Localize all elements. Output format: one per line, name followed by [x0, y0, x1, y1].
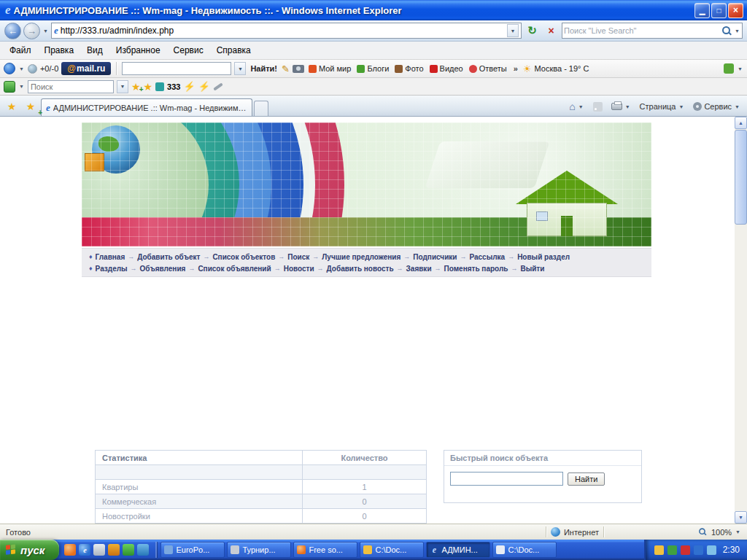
search-icon[interactable]	[720, 25, 732, 37]
mailru-link-otvety[interactable]: Ответы	[468, 64, 508, 73]
scrollbar-thumb[interactable]	[735, 130, 747, 225]
tab-admin[interactable]: e АДМИНИСТРИРОВАНИЕ .:: Wm-mag - Недвижи…	[41, 98, 252, 116]
clock[interactable]: 2:30	[720, 545, 740, 555]
mailru-link-foto[interactable]: Фото	[393, 64, 425, 73]
tray-icon[interactable]	[681, 545, 690, 555]
nav-link-new-section[interactable]: Новый раздел	[517, 253, 570, 261]
clear-brush-icon[interactable]	[213, 82, 223, 90]
back-button[interactable]: ←	[4, 23, 21, 39]
nav-link-ads-list[interactable]: Список объявлений	[198, 265, 271, 273]
search-input[interactable]	[564, 26, 719, 35]
stop-button[interactable]: ×	[543, 23, 560, 39]
quicklaunch-browser-icon[interactable]	[64, 544, 76, 556]
tray-icon[interactable]	[694, 545, 703, 555]
add-to-favorites-button[interactable]: ★+	[22, 98, 39, 115]
mailru-link-video[interactable]: Видео	[428, 64, 465, 73]
page-menu-button[interactable]: Страница▼	[636, 98, 689, 115]
nav-link-add-object[interactable]: Добавить объект	[137, 253, 200, 261]
settings-dropdown-icon[interactable]: ▼	[737, 66, 743, 71]
site-search-input[interactable]	[28, 80, 114, 93]
mailru-link-moy-mir[interactable]: Мой мир	[307, 64, 352, 73]
minimize-button[interactable]: ▁	[694, 3, 710, 18]
zoom-control[interactable]: 100% ▼	[696, 526, 741, 538]
feeds-button[interactable]	[589, 98, 606, 115]
address-dropdown-button[interactable]: ▼	[507, 24, 519, 37]
forward-button[interactable]: →	[23, 23, 40, 39]
quick-search-button[interactable]: Найти	[568, 472, 605, 486]
camera-icon[interactable]	[293, 65, 304, 73]
toolbar-overflow-button[interactable]: »	[511, 64, 520, 73]
tools-menu-button[interactable]: Сервис▼	[689, 98, 744, 115]
start-button[interactable]: пуск	[0, 540, 59, 560]
weather-label[interactable]: Москва - 19° C	[535, 64, 589, 73]
scroll-down-button[interactable]: ▼	[735, 511, 747, 524]
menu-tools[interactable]: Сервис	[167, 43, 210, 58]
lightning-blue-icon[interactable]: ⚡	[183, 81, 195, 92]
toolbar-settings-icon[interactable]	[724, 63, 734, 74]
print-button[interactable]: ▼	[608, 98, 635, 115]
nav-link-best-offers[interactable]: Лучшие предложения	[322, 253, 400, 261]
new-tab-button[interactable]	[254, 101, 268, 116]
nav-link-mailing[interactable]: Рассылка	[469, 253, 505, 261]
mailru-link-blogi[interactable]: Блоги	[355, 64, 390, 73]
menu-help[interactable]: Справка	[210, 43, 258, 58]
tray-icon[interactable]	[654, 545, 664, 555]
site-search-dropdown[interactable]: ▼	[117, 80, 128, 93]
quicklaunch-messenger-icon[interactable]	[123, 544, 134, 556]
nav-link-requests[interactable]: Заявки	[406, 265, 432, 273]
menu-favorites[interactable]: Избранное	[109, 43, 167, 58]
scroll-up-button[interactable]: ▲	[735, 117, 747, 129]
nav-link-logout[interactable]: Выйти	[520, 265, 544, 273]
mailru-logo-button[interactable]: @ mail.ru	[61, 62, 111, 75]
refresh-button[interactable]: ↻	[524, 23, 541, 39]
site-shortcut[interactable]: 333	[167, 82, 180, 91]
mailru-search-dropdown[interactable]: ▼	[234, 62, 246, 75]
url-input[interactable]	[61, 26, 505, 36]
task-cdoc-1[interactable]: C:\Doc...	[360, 542, 424, 558]
mailru-search-input[interactable]	[122, 62, 231, 75]
home-button[interactable]: ⌂▼	[565, 98, 587, 115]
agent-app-icon[interactable]	[4, 81, 15, 93]
agent-dropdown-icon[interactable]: ▼	[18, 84, 25, 89]
quick-search-input[interactable]	[450, 472, 563, 486]
nav-link-subscribers[interactable]: Подписчики	[413, 253, 457, 261]
mailru-find-button[interactable]: Найти!	[249, 64, 279, 73]
task-cdoc-2[interactable]: C:\Doc...	[492, 542, 557, 558]
favorites-star-icon[interactable]: ★	[144, 82, 153, 92]
task-europo[interactable]: EuroPo...	[160, 542, 225, 558]
menu-view[interactable]: Вид	[80, 43, 109, 58]
mail-counter[interactable]: +0/-0	[40, 64, 58, 73]
task-free-so[interactable]: Free so...	[293, 542, 357, 558]
banner-cube-graphic	[85, 153, 104, 171]
vertical-scrollbar[interactable]: ▲ ▼	[735, 117, 747, 524]
nav-link-search[interactable]: Поиск	[287, 253, 309, 261]
nav-link-change-password[interactable]: Поменять пароль	[444, 265, 508, 273]
add-bookmark-icon[interactable]: ★+	[131, 82, 141, 92]
search-dropdown-button[interactable]: ▼	[734, 28, 740, 34]
maximize-button[interactable]: □	[711, 3, 727, 18]
menu-file[interactable]: Файл	[3, 43, 38, 58]
compose-icon[interactable]: ✎	[282, 63, 290, 74]
task-turnir[interactable]: Турнир...	[227, 542, 291, 558]
toolbar-logo-icon[interactable]	[4, 63, 15, 74]
quicklaunch-media-icon[interactable]	[108, 544, 120, 556]
quicklaunch-app-icon[interactable]	[137, 544, 149, 556]
nav-link-home[interactable]: Главная	[96, 253, 125, 261]
favorites-center-button[interactable]: ★	[3, 98, 20, 115]
menu-edit[interactable]: Правка	[38, 43, 81, 58]
nav-link-sections[interactable]: Разделы	[96, 265, 128, 273]
lightning-green-icon[interactable]: ⚡	[198, 81, 210, 92]
link-label: Блоги	[367, 64, 389, 73]
close-button[interactable]: ×	[728, 3, 743, 18]
history-dropdown-button[interactable]: ▼	[42, 28, 49, 34]
task-admin-active[interactable]: eАДМИН...	[426, 542, 490, 558]
quicklaunch-show-desktop-icon[interactable]	[93, 544, 105, 556]
chevron-down-icon[interactable]: ▼	[18, 66, 25, 71]
tray-icon[interactable]	[667, 545, 677, 555]
nav-link-add-news[interactable]: Добавить новость	[327, 265, 394, 273]
tray-icon[interactable]	[707, 545, 716, 555]
quicklaunch-ie-icon[interactable]: e	[79, 544, 90, 556]
nav-link-ads[interactable]: Объявления	[140, 265, 186, 273]
nav-link-news[interactable]: Новости	[284, 265, 314, 273]
nav-link-object-list[interactable]: Список объектов	[212, 253, 275, 261]
